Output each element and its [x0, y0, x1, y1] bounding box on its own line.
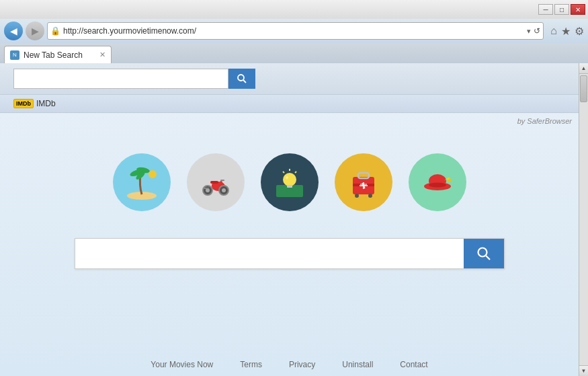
- footer-link-your-movies-now[interactable]: Your Movies Now: [151, 360, 213, 369]
- svg-point-23: [286, 176, 288, 179]
- svg-rect-8: [212, 184, 221, 187]
- icon-circles: [113, 153, 466, 211]
- idea-icon: [269, 162, 310, 202]
- svg-line-33: [486, 256, 490, 260]
- footer-link-contact[interactable]: Contact: [400, 360, 427, 369]
- main-search-icon: [476, 246, 491, 261]
- scroll-thumb[interactable]: [580, 75, 587, 102]
- page-content: ▲ ▼ IMDb IMDb by SaferBrowser: [0, 63, 588, 376]
- back-button[interactable]: ◀: [4, 22, 23, 40]
- svg-line-1: [243, 80, 246, 83]
- circle-beach[interactable]: [113, 153, 171, 211]
- svg-point-18: [283, 173, 296, 186]
- tab-bar: N New Tab Search ✕: [0, 43, 588, 63]
- bookmarks-bar: IMDb IMDb: [0, 95, 588, 113]
- svg-point-31: [429, 183, 446, 188]
- home-button[interactable]: ⌂: [550, 25, 557, 37]
- footer: Your Movies Now Terms Privacy Uninstall …: [0, 353, 579, 376]
- tab-label: New Tab Search: [24, 50, 83, 60]
- footer-link-privacy[interactable]: Privacy: [289, 360, 315, 369]
- main-search-input[interactable]: [75, 239, 464, 268]
- scroll-up-arrow[interactable]: ▲: [579, 63, 588, 74]
- nav-icons: ⌂ ★ ⚙: [550, 25, 584, 38]
- security-icon: 🔒: [50, 26, 60, 36]
- circle-scooter[interactable]: [187, 153, 245, 211]
- maximize-button[interactable]: □: [554, 4, 569, 15]
- safer-browser-credit: by SaferBrowser: [517, 117, 572, 125]
- top-search-bar: [0, 63, 588, 95]
- address-input[interactable]: [63, 26, 524, 36]
- address-refresh-button[interactable]: ↺: [534, 26, 540, 36]
- svg-point-32: [478, 248, 487, 257]
- settings-button[interactable]: ⚙: [575, 25, 584, 38]
- beach-icon: [122, 162, 162, 202]
- svg-point-0: [238, 75, 244, 81]
- nav-bar: ◀ ▶ 🔒 ▾ ↺ ⌂ ★ ⚙: [0, 19, 588, 43]
- footer-link-terms[interactable]: Terms: [240, 360, 262, 369]
- svg-point-27: [355, 194, 359, 198]
- back-icon: ◀: [10, 26, 17, 36]
- active-tab[interactable]: N New Tab Search ✕: [4, 46, 112, 63]
- svg-rect-10: [210, 181, 218, 184]
- svg-rect-11: [220, 180, 224, 181]
- top-search-button[interactable]: [228, 69, 255, 89]
- tab-close-button[interactable]: ✕: [99, 50, 106, 59]
- top-search-icon: [237, 73, 247, 84]
- favorites-button[interactable]: ★: [561, 25, 571, 38]
- footer-link-uninstall[interactable]: Uninstall: [342, 360, 373, 369]
- top-search-input[interactable]: [13, 69, 228, 89]
- svg-rect-16: [204, 188, 209, 189]
- forward-icon: ▶: [32, 26, 39, 36]
- browser-chrome: ─ □ ✕ ◀ ▶ 🔒 ▾ ↺ ⌂ ★ ⚙ N New Tab: [0, 0, 588, 63]
- imdb-label: IMDb: [36, 99, 56, 108]
- close-button[interactable]: ✕: [571, 4, 585, 15]
- svg-line-21: [295, 172, 296, 173]
- svg-rect-19: [287, 185, 292, 188]
- svg-line-22: [283, 172, 284, 173]
- imdb-badge: IMDb: [13, 99, 34, 108]
- luggage-icon: [343, 162, 384, 202]
- title-bar-buttons: ─ □ ✕: [538, 4, 585, 15]
- forward-button[interactable]: ▶: [26, 22, 44, 40]
- bookmark-imdb[interactable]: IMDb IMDb: [11, 98, 58, 110]
- svg-point-28: [368, 194, 372, 198]
- tab-favicon: N: [10, 50, 19, 60]
- address-search-button[interactable]: ▾: [527, 27, 531, 36]
- circle-hat[interactable]: [409, 153, 466, 211]
- main-search-container: [75, 238, 505, 269]
- main-search-button[interactable]: [464, 239, 504, 268]
- scooter-icon: [196, 162, 236, 202]
- svg-point-6: [149, 170, 157, 178]
- svg-rect-25: [358, 173, 369, 178]
- address-bar: 🔒 ▾ ↺: [47, 22, 544, 40]
- main-area: by SaferBrowser: [0, 113, 588, 376]
- circle-luggage[interactable]: [335, 153, 392, 211]
- hat-icon: [417, 162, 458, 202]
- circle-idea[interactable]: [261, 153, 319, 211]
- svg-point-15: [222, 188, 226, 192]
- minimize-button[interactable]: ─: [538, 4, 553, 15]
- title-bar: ─ □ ✕: [0, 0, 588, 19]
